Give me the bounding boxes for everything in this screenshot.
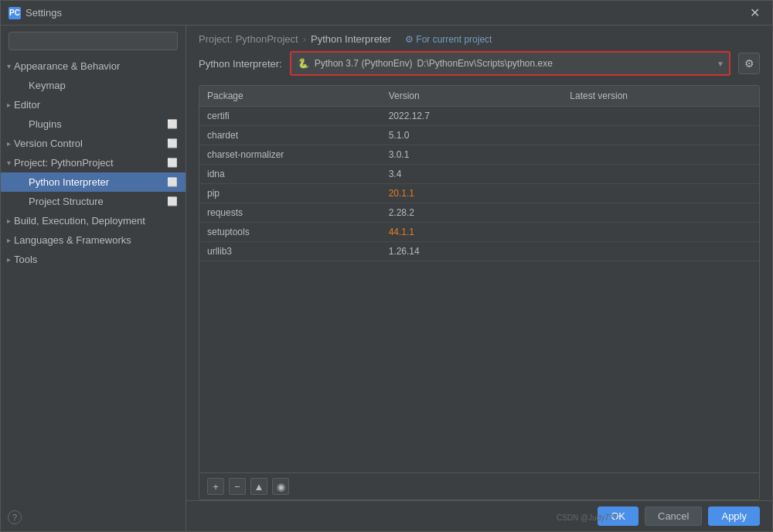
package-latest [570,169,751,179]
sidebar-item-label: Keymap [29,80,66,91]
package-latest [570,111,751,121]
sidebar-item-version-control[interactable]: ▸ Version Control ⬜ [1,134,186,153]
interpreter-row: Python Interpreter: 🐍 Python 3.7 (Python… [186,51,772,85]
cancel-button[interactable]: Cancel [645,506,702,526]
sidebar-item-label: Project: PythonProject [14,157,114,169]
sidebar-item-project-structure[interactable]: Project Structure ⬜ [1,192,186,211]
package-version: 3.0.1 [389,149,570,160]
chevron-down-icon: ▾ [7,62,11,70]
title-bar: PC Settings ✕ [1,1,772,26]
column-latest-version: Latest version [570,90,751,101]
interpreter-select-wrapper: 🐍 Python 3.7 (PythonEnv) D:\PythonEnv\Sc… [290,51,730,76]
breadcrumb-current: Python Interpreter [311,33,391,45]
package-latest [570,207,751,218]
module-icon: ⬜ [167,138,178,148]
package-name: charset-normalizer [207,149,389,160]
window-title: Settings [26,7,745,19]
sidebar-item-editor[interactable]: ▸ Editor [1,95,186,114]
python-icon: 🐍 [298,57,310,70]
search-input[interactable] [9,32,178,50]
module-icon: ⬜ [167,119,178,129]
sidebar-item-label: Project Structure [29,196,104,207]
package-name: idna [207,169,389,179]
table-row[interactable]: pip 20.1.1 [199,184,759,203]
upgrade-package-button[interactable]: ▲ [250,478,267,495]
table-toolbar: + − ▲ ◉ [199,472,759,500]
interpreter-name: Python 3.7 (PythonEnv) [315,58,413,69]
sidebar-item-label: Version Control [14,138,83,149]
sidebar: ▾ Appearance & Behavior Keymap ▸ Editor … [1,26,186,531]
module-icon: ⬜ [167,196,178,206]
package-latest [570,227,751,237]
interpreter-settings-button[interactable]: ⚙ [738,53,760,74]
sidebar-item-label: Tools [14,254,37,265]
sidebar-item-tools[interactable]: ▸ Tools [1,250,186,269]
dropdown-arrow-icon: ▼ [717,60,724,68]
breadcrumb-project[interactable]: Project: PythonProject [199,33,298,45]
remove-package-button[interactable]: − [229,478,246,495]
main-content: ▾ Appearance & Behavior Keymap ▸ Editor … [1,26,772,531]
table-body: certifi 2022.12.7 chardet 5.1.0 charset-… [199,107,759,472]
settings-window: PC Settings ✕ ▾ Appearance & Behavior Ke… [0,0,773,532]
sidebar-item-build-execution-deployment[interactable]: ▸ Build, Execution, Deployment [1,211,186,230]
package-latest [570,188,751,199]
bottom-bar: CSDN @Judy777 OK Cancel Apply [186,500,772,531]
sidebar-item-label: Python Interpreter [29,176,109,188]
sidebar-item-label: Editor [14,99,40,111]
table-row[interactable]: setuptools 44.1.1 [199,223,759,242]
interpreter-select-inner: 🐍 Python 3.7 (PythonEnv) D:\PythonEnv\Sc… [298,57,553,70]
sidebar-item-plugins[interactable]: Plugins ⬜ [1,114,186,134]
app-icon: PC [9,7,21,19]
module-icon: ⬜ [167,158,178,168]
show-package-button[interactable]: ◉ [272,478,289,495]
table-row[interactable]: certifi 2022.12.7 [199,107,759,126]
close-button[interactable]: ✕ [745,4,764,22]
interpreter-path: D:\PythonEnv\Scripts\python.exe [417,58,552,69]
chevron-right-icon: ▸ [7,255,11,264]
table-header: Package Version Latest version [199,86,759,107]
watermark: CSDN @Judy777 [557,513,618,522]
chevron-right-icon: ▸ [7,139,11,148]
add-icon: + [213,481,219,493]
sidebar-item-python-interpreter[interactable]: Python Interpreter ⬜ [1,172,186,192]
sidebar-item-project-pythonproject[interactable]: ▾ Project: PythonProject ⬜ [1,153,186,172]
packages-area: Package Version Latest version certifi 2… [199,85,760,500]
package-version: 2022.12.7 [389,111,570,121]
column-package: Package [207,90,389,101]
package-version: 5.1.0 [389,130,570,141]
package-version: 1.26.14 [389,246,570,257]
package-name: chardet [207,130,389,141]
package-name: requests [207,207,389,218]
package-version: 2.28.2 [389,207,570,218]
chevron-right-icon: ▸ [7,236,11,244]
sidebar-item-label: Languages & Frameworks [14,234,131,246]
remove-icon: − [234,481,240,493]
for-current-project-link[interactable]: ⚙ For current project [405,34,492,45]
package-version: 20.1.1 [389,188,570,199]
apply-button[interactable]: Apply [708,506,760,526]
table-row[interactable]: idna 3.4 [199,165,759,184]
package-version: 3.4 [389,169,570,179]
package-latest [570,246,751,257]
table-row[interactable]: chardet 5.1.0 [199,126,759,145]
question-mark-icon: ? [12,513,17,522]
package-name: setuptools [207,227,389,237]
sidebar-item-label: Appearance & Behavior [14,60,120,72]
help-button[interactable]: ? [8,510,22,524]
add-package-button[interactable]: + [207,478,224,495]
sidebar-item-languages-frameworks[interactable]: ▸ Languages & Frameworks [1,230,186,250]
sidebar-item-appearance-behavior[interactable]: ▾ Appearance & Behavior [1,56,186,76]
table-row[interactable]: requests 2.28.2 [199,203,759,223]
module-icon: ⬜ [167,177,178,187]
sidebar-item-keymap[interactable]: Keymap [1,76,186,95]
interpreter-label: Python Interpreter: [199,58,282,70]
breadcrumb-separator: › [303,33,306,45]
table-row[interactable]: charset-normalizer 3.0.1 [199,145,759,165]
chevron-right-icon: ▸ [7,217,11,225]
table-row[interactable]: urllib3 1.26.14 [199,242,759,261]
package-name: urllib3 [207,246,389,257]
interpreter-select[interactable]: 🐍 Python 3.7 (PythonEnv) D:\PythonEnv\Sc… [291,53,729,74]
package-name: certifi [207,111,389,121]
chevron-down-icon: ▾ [7,159,11,167]
column-version: Version [389,90,570,101]
